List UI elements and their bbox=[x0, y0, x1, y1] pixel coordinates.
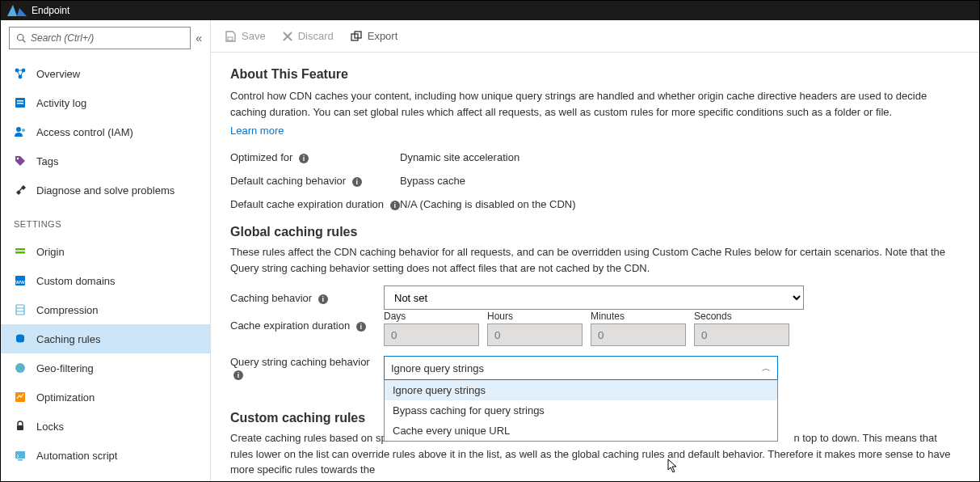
nav-locks[interactable]: Locks bbox=[1, 412, 210, 441]
seconds-label: Seconds bbox=[694, 311, 789, 322]
hours-input[interactable] bbox=[487, 323, 583, 346]
access-control-icon bbox=[14, 125, 27, 138]
discard-button[interactable]: Discard bbox=[282, 30, 334, 42]
nav-automation-script[interactable]: Automation script bbox=[1, 441, 210, 470]
nav-label: Custom domains bbox=[36, 275, 116, 287]
topbar: Endpoint bbox=[1, 1, 979, 20]
custom-domains-icon: ww bbox=[14, 274, 27, 287]
learn-more-link[interactable]: Learn more bbox=[230, 125, 284, 137]
info-icon[interactable]: i bbox=[299, 154, 309, 163]
discard-icon bbox=[282, 31, 293, 42]
seconds-input[interactable] bbox=[694, 323, 789, 346]
qscb-option-bypass[interactable]: Bypass caching for query strings bbox=[385, 400, 777, 421]
nav-custom-domains[interactable]: ww Custom domains bbox=[1, 266, 210, 295]
nav-label: Activity log bbox=[36, 97, 86, 109]
origin-icon bbox=[14, 245, 27, 258]
diagnose-icon bbox=[14, 184, 27, 197]
save-button[interactable]: Save bbox=[224, 30, 266, 43]
save-label: Save bbox=[242, 30, 266, 42]
info-icon[interactable]: i bbox=[390, 201, 400, 210]
nav-activity-log[interactable]: Activity log bbox=[1, 88, 210, 117]
nav-label: Diagnose and solve problems bbox=[36, 184, 175, 197]
nav-optimization[interactable]: Optimization bbox=[1, 383, 210, 412]
svg-marker-1 bbox=[17, 8, 27, 16]
toolbar: Save Discard Export bbox=[211, 20, 979, 53]
chevron-up-icon: ︿ bbox=[762, 362, 771, 374]
nav-geo-filtering[interactable]: Geo-filtering bbox=[1, 353, 210, 383]
qscb-dropdown: Ignore query strings Bypass caching for … bbox=[384, 379, 778, 442]
overview-icon bbox=[14, 67, 27, 80]
info-icon[interactable]: i bbox=[352, 177, 362, 187]
nav-compression[interactable]: Compression bbox=[1, 295, 210, 324]
nav-label: Geo-filtering bbox=[36, 362, 94, 374]
svg-marker-0 bbox=[7, 5, 17, 16]
qscb-select[interactable]: Ignore query strings ︿ bbox=[384, 356, 778, 380]
compression-icon bbox=[14, 303, 27, 316]
info-icon[interactable]: i bbox=[233, 370, 243, 380]
export-button[interactable]: Export bbox=[350, 30, 398, 43]
minutes-input[interactable] bbox=[591, 323, 686, 346]
svg-point-15 bbox=[17, 158, 19, 159]
info-icon[interactable]: i bbox=[318, 294, 328, 304]
automation-script-icon bbox=[14, 449, 27, 462]
svg-point-13 bbox=[16, 127, 21, 132]
svg-rect-18 bbox=[15, 252, 25, 254]
settings-section-label: SETTINGS bbox=[1, 208, 210, 234]
caching-behavior-select[interactable]: Not set bbox=[384, 285, 804, 310]
breadcrumb: Endpoint bbox=[32, 5, 69, 16]
svg-rect-21 bbox=[16, 305, 24, 315]
nav-access-control[interactable]: Access control (IAM) bbox=[1, 117, 210, 146]
svg-text:ww: ww bbox=[15, 278, 25, 285]
caching-rules-icon bbox=[14, 332, 27, 345]
tags-icon bbox=[14, 154, 27, 167]
search-icon bbox=[16, 33, 26, 43]
nav-label: Compression bbox=[36, 304, 99, 316]
nav-caching-rules[interactable]: Caching rules bbox=[1, 324, 210, 353]
minutes-label: Minutes bbox=[591, 311, 686, 322]
optimization-icon bbox=[14, 391, 27, 404]
nav-diagnose[interactable]: Diagnose and solve problems bbox=[1, 175, 210, 205]
azure-logo-icon bbox=[7, 5, 27, 16]
content-pane: Save Discard Export About This Feature C… bbox=[211, 20, 979, 481]
nav-label: Overview bbox=[36, 68, 80, 80]
qscb-value: Ignore query strings bbox=[391, 362, 484, 374]
sidebar: Search (Ctrl+/) « Overview Activity log … bbox=[1, 20, 211, 481]
nav-label: Optimization bbox=[36, 391, 95, 404]
optimized-for-value: Dynamic site acceleration bbox=[400, 151, 519, 163]
nav-overview[interactable]: Overview bbox=[1, 59, 210, 88]
cache-expiration-label: Cache expiration duration bbox=[230, 319, 350, 332]
locks-icon bbox=[14, 420, 27, 433]
default-caching-value: Bypass cache bbox=[400, 175, 465, 187]
nav-label: Caching rules bbox=[36, 333, 101, 345]
default-expiration-value: N/A (Caching is disabled on the CDN) bbox=[400, 198, 576, 210]
nav-origin[interactable]: Origin bbox=[1, 237, 210, 266]
qscb-label: Query string caching behavior bbox=[230, 356, 370, 368]
info-icon[interactable]: i bbox=[356, 322, 366, 332]
hours-label: Hours bbox=[487, 311, 583, 322]
discard-label: Discard bbox=[298, 30, 334, 42]
svg-point-14 bbox=[22, 129, 25, 132]
svg-rect-27 bbox=[17, 425, 23, 430]
default-caching-label: Default caching behavior bbox=[230, 175, 346, 187]
collapse-sidebar-icon[interactable]: « bbox=[196, 32, 202, 44]
svg-rect-26 bbox=[15, 392, 25, 402]
search-input[interactable]: Search (Ctrl+/) bbox=[9, 27, 191, 49]
geo-filtering-icon bbox=[14, 362, 27, 374]
optimized-for-label: Optimized for bbox=[230, 151, 292, 163]
nav-label: Access control (IAM) bbox=[36, 126, 133, 138]
nav-label: Origin bbox=[36, 246, 65, 258]
save-icon bbox=[224, 30, 237, 43]
nav-tags[interactable]: Tags bbox=[1, 146, 210, 175]
global-rules-desc: These rules affect the CDN caching behav… bbox=[230, 244, 951, 276]
svg-rect-17 bbox=[15, 248, 25, 251]
qscb-option-ignore[interactable]: Ignore query strings bbox=[385, 380, 777, 400]
svg-rect-11 bbox=[17, 100, 23, 102]
export-label: Export bbox=[368, 30, 398, 42]
qscb-option-cache-unique[interactable]: Cache every unique URL bbox=[385, 421, 777, 441]
nav-label: Locks bbox=[36, 421, 64, 433]
caching-behavior-label: Caching behavior bbox=[230, 292, 312, 304]
svg-rect-12 bbox=[17, 103, 23, 104]
default-expiration-label: Default cache expiration duration bbox=[230, 198, 384, 210]
days-input[interactable] bbox=[384, 323, 479, 346]
nav-label: Tags bbox=[36, 155, 58, 167]
